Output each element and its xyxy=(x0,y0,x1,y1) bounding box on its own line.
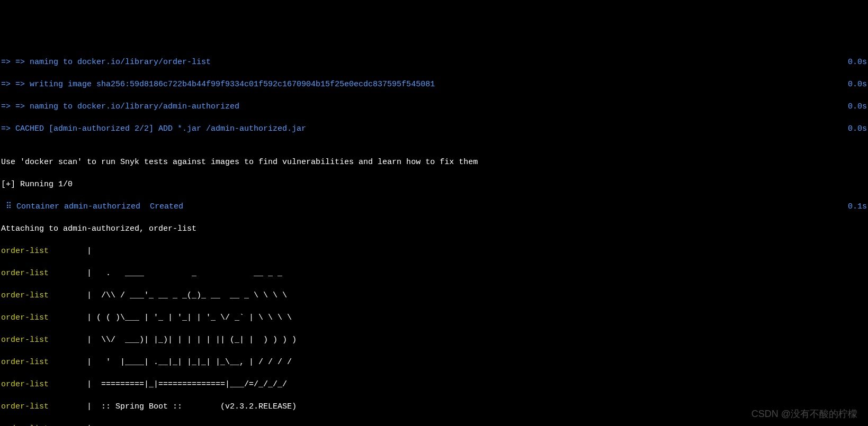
spring-banner: /\\ / ___'_ __ _ _(_)_ __ __ _ \ \ \ \ xyxy=(96,290,287,301)
service-label-order: order-list xyxy=(1,246,49,257)
build-step: => => naming to docker.io/library/admin-… xyxy=(1,101,239,112)
pipe: | xyxy=(49,290,96,301)
spring-boot-version: :: Spring Boot :: (v2.3.2.RELEASE) xyxy=(96,401,297,412)
service-label-order: order-list xyxy=(1,268,49,279)
pipe: | xyxy=(49,334,96,346)
pipe: | xyxy=(49,312,96,323)
pipe: | xyxy=(49,246,96,257)
service-label-order: order-list xyxy=(1,290,49,301)
watermark: CSDN @没有不酸的柠檬 xyxy=(751,407,857,421)
build-time: 0.0s xyxy=(848,101,867,112)
pipe: | xyxy=(49,268,96,279)
spring-banner: . ____ _ __ _ _ xyxy=(96,268,282,279)
scan-hint: Use 'docker scan' to run Snyk tests agai… xyxy=(1,157,478,168)
container-time: 0.1s xyxy=(848,201,867,212)
pipe: | xyxy=(49,357,96,368)
build-step: => => writing image sha256:59d8186c722b4… xyxy=(1,79,435,90)
running-status: [+] Running 1/0 xyxy=(1,179,73,190)
service-label-order: order-list xyxy=(1,357,49,368)
spring-banner: ( ( )\___ | '_ | '_| | '_ \/ _` | \ \ \ … xyxy=(96,312,292,323)
container-created: ⠿ Container admin-authorized Created xyxy=(1,201,183,212)
service-label-order: order-list xyxy=(1,334,49,346)
build-time: 0.0s xyxy=(848,79,867,90)
pipe: | xyxy=(49,423,96,426)
attaching-line: Attaching to admin-authorized, order-lis… xyxy=(1,223,196,234)
service-label-order: order-list xyxy=(1,401,49,412)
build-step: => => naming to docker.io/library/order-… xyxy=(1,57,211,68)
build-step: => CACHED [admin-authorized 2/2] ADD *.j… xyxy=(1,123,306,134)
pipe: | xyxy=(49,379,96,390)
build-time: 0.0s xyxy=(848,123,867,134)
terminal-output[interactable]: => => naming to docker.io/library/order-… xyxy=(1,46,867,426)
spring-banner: \\/ ___)| |_)| | | | | || (_| | ) ) ) ) xyxy=(96,334,297,346)
build-time: 0.0s xyxy=(848,57,867,68)
spring-banner: ' |____| .__|_| |_|_| |_\__, | / / / / xyxy=(96,357,292,368)
service-label-order: order-list xyxy=(1,379,49,390)
spring-banner: =========|_|==============|___/=/_/_/_/ xyxy=(96,379,287,390)
service-label-order: order-list xyxy=(1,312,49,323)
service-label-order: order-list xyxy=(1,423,49,426)
pipe: | xyxy=(49,401,96,412)
